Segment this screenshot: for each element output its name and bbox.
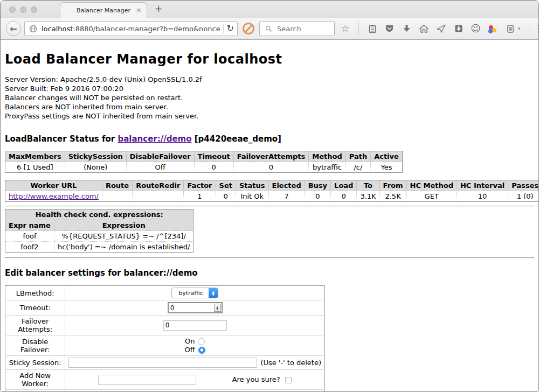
cell-elected: 7 xyxy=(268,191,305,202)
server-version: Server Version: Apache/2.5.0-dev (Unix) … xyxy=(5,75,534,84)
sticky-session-input[interactable] xyxy=(68,358,257,368)
timeout-field[interactable]: ▲▼ xyxy=(168,302,223,313)
menu-hamburger-icon[interactable] xyxy=(537,24,539,34)
divider xyxy=(5,206,534,207)
col-header: Expression xyxy=(54,220,194,231)
col-header: RouteRedir xyxy=(133,180,184,191)
balancer-status-table: MaxMembers StickySession DisableFailover… xyxy=(5,151,403,173)
back-button[interactable]: ← xyxy=(6,21,21,36)
home-icon[interactable] xyxy=(419,24,429,34)
radio-row-on: On xyxy=(67,337,322,345)
disable-failover-label: Disable Failover: xyxy=(5,335,65,356)
col-header: Worker URL xyxy=(5,180,102,191)
cell-active: Yes xyxy=(371,162,403,173)
lbmethod-select[interactable]: bytraffic ▲▼ xyxy=(171,288,218,298)
col-header: Set xyxy=(216,180,236,191)
send-plane-icon[interactable] xyxy=(436,24,446,34)
number-stepper-icon[interactable]: ▲▼ xyxy=(214,304,221,312)
balancer-demo-link[interactable]: balancer://demo xyxy=(118,134,191,144)
browser-window: Balancer Manager × + ← localhost:8880/ba… xyxy=(0,0,539,392)
failover-off-radio[interactable] xyxy=(198,347,205,354)
col-header: Expr name xyxy=(5,220,54,231)
col-header: Passes xyxy=(508,180,538,191)
cell-method: bytraffic xyxy=(309,162,345,173)
cell-expression: hc('body') =~ /domain is established/ xyxy=(54,242,194,253)
col-header: Load xyxy=(331,180,357,191)
col-header: Elected xyxy=(268,180,305,191)
zoom-window-button[interactable] xyxy=(31,6,37,13)
server-built: Server Built: Feb 9 2016 07:00:20 xyxy=(5,84,534,93)
reader-box-icon[interactable] xyxy=(453,24,464,34)
downloads-icon[interactable] xyxy=(402,24,412,34)
colors-extension-icon[interactable] xyxy=(488,24,498,34)
cell-expr-name: foof xyxy=(5,231,54,242)
col-header: Busy xyxy=(305,180,330,191)
search-icon xyxy=(264,24,274,34)
worker-status-table: Worker URL Route RouteRedir Factor Set S… xyxy=(5,180,538,202)
timeout-input[interactable] xyxy=(169,304,214,312)
health-check-table: Health check cond. expressions: Expr nam… xyxy=(5,209,194,253)
cell-path: /c/ xyxy=(345,162,370,173)
col-header: To xyxy=(357,180,379,191)
globe-icon xyxy=(28,24,38,34)
table-row: http://www.example.com/ 1 0 Init Ok 7 0 … xyxy=(5,191,539,202)
notice-proxypass: ProxyPass settings are NOT inherited fro… xyxy=(5,111,534,121)
feedback-smiley-icon[interactable]: ☺ xyxy=(471,24,481,34)
cell-hc-interval: 10 xyxy=(457,191,508,202)
tab-close-icon[interactable]: × xyxy=(136,6,142,14)
cell-disablefailover: Off xyxy=(126,162,194,173)
url-domain: localhost xyxy=(42,25,73,33)
chevron-down-icon[interactable]: ▾ xyxy=(518,26,521,31)
reload-button[interactable]: ↻ xyxy=(227,24,234,33)
url-bar[interactable]: localhost:8880/balancer-manager?b=demo&n… xyxy=(24,21,238,36)
bookmark-star-icon[interactable]: ☆ xyxy=(340,24,350,34)
cell-set: 0 xyxy=(216,191,236,202)
cell-status: Init Ok xyxy=(236,191,268,202)
new-tab-button[interactable]: + xyxy=(155,3,162,14)
cell-expr-name: foof2 xyxy=(5,242,54,253)
worker-url-link[interactable]: http://www.example.com/ xyxy=(9,192,99,200)
minimize-window-button[interactable] xyxy=(20,6,26,13)
notice-inherit: Balancers are NOT inherited from main se… xyxy=(5,102,534,111)
col-header: Factor xyxy=(184,180,216,191)
status-heading: LoadBalancer Status for balancer://demo … xyxy=(5,134,534,144)
page-content: Load Balancer Manager for localhost Serv… xyxy=(1,40,538,392)
container-icon[interactable] xyxy=(505,24,515,34)
failover-on-radio[interactable] xyxy=(198,338,205,345)
server-info: Server Version: Apache/2.5.0-dev (Unix) … xyxy=(5,75,534,121)
bookmarks-clipboard-icon[interactable] xyxy=(367,24,377,34)
divider xyxy=(5,257,534,258)
cell-from: 2.5K xyxy=(379,191,406,202)
failover-attempts-input[interactable] xyxy=(163,320,227,331)
cell-route xyxy=(102,191,132,202)
col-header: HC Method xyxy=(406,180,457,191)
close-window-button[interactable] xyxy=(9,6,16,13)
cell-to: 3.1K xyxy=(357,191,379,202)
col-header: Route xyxy=(102,180,132,191)
add-worker-input[interactable] xyxy=(98,375,196,385)
col-header: Status xyxy=(236,180,268,191)
cell-maxmembers: 6 [1 Used] xyxy=(5,162,65,173)
block-extension-icon[interactable] xyxy=(243,23,254,34)
search-bar[interactable] xyxy=(259,21,335,36)
page-title: Load Balancer Manager for localhost xyxy=(5,52,534,67)
tab-bar: Balancer Manager × + xyxy=(1,1,538,18)
url-path: :8880/balancer-manager?b=demo&nonce=decc… xyxy=(73,25,219,33)
table-row: foof %{REQUEST_STATUS} =~ /^[234]/ xyxy=(5,231,194,242)
cell-expression: %{REQUEST_STATUS} =~ /^[234]/ xyxy=(54,231,194,242)
url-separator xyxy=(223,24,224,33)
tab-balancer-manager[interactable]: Balancer Manager × xyxy=(60,2,147,18)
url-text: localhost:8880/balancer-manager?b=demo&n… xyxy=(42,25,220,33)
are-you-sure-checkbox[interactable] xyxy=(285,377,292,383)
add-worker-label: Add New Worker: xyxy=(5,370,65,390)
cell-failoverattempts: 0 xyxy=(233,162,309,173)
notice-persist: Balancer changes will NOT be persisted o… xyxy=(5,93,534,102)
pocket-icon[interactable] xyxy=(384,24,395,34)
sticky-session-hint: (Use '-' to delete) xyxy=(260,359,321,367)
cell-routeredir xyxy=(133,191,184,202)
off-label: Off xyxy=(185,346,195,354)
status-heading-suffix: [p4420eeae_demo] xyxy=(192,134,281,144)
col-header: HC Interval xyxy=(457,180,508,191)
cell-busy: 0 xyxy=(305,191,330,202)
search-input[interactable] xyxy=(277,25,331,33)
